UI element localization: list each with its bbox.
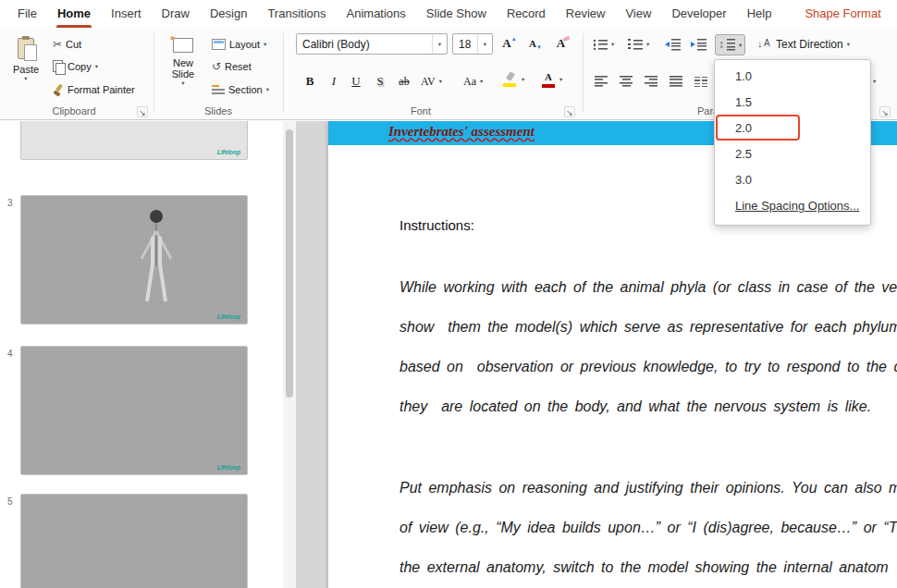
tab-review[interactable]: Review (556, 0, 616, 28)
slide-number: 3 (7, 198, 13, 208)
paragraph-dialog-launcher[interactable]: ↘ (879, 106, 891, 117)
thumbnail-panel-scrollbar[interactable] (283, 121, 296, 588)
body-paragraph-1[interactable]: While working with each of the animal ph… (399, 267, 897, 426)
line-spacing-option-3.0[interactable]: 3.0 (715, 167, 870, 193)
line-spacing-button[interactable]: ▾ (715, 34, 745, 55)
increase-font-size-button[interactable]: A ▲ (498, 33, 522, 54)
reset-button[interactable]: ↺ Reset (209, 57, 254, 76)
tab-record[interactable]: Record (497, 0, 556, 28)
copy-icon (53, 60, 64, 73)
align-left-button[interactable] (592, 72, 610, 91)
thumbnail-text-placeholder (21, 121, 247, 159)
change-case-button[interactable]: Aa ▾ (461, 72, 485, 91)
line-spacing-option-2.5[interactable]: 2.5 (715, 141, 870, 167)
chevron-down-icon: ▾ (522, 76, 524, 83)
cut-button[interactable]: ✂ Cut (50, 35, 84, 54)
slide-title-text[interactable]: Invertebrates' assessment (388, 124, 535, 140)
slide-thumbnail-4[interactable]: 2. Animal nervous systems Lifeloop (20, 346, 248, 475)
tab-developer[interactable]: Developer (661, 0, 736, 28)
numbering-button[interactable]: ▾ (625, 35, 652, 54)
group-separator (283, 33, 284, 112)
section-button[interactable]: Section ▾ (209, 80, 272, 99)
tab-file[interactable]: File (7, 0, 47, 28)
align-right-button[interactable] (642, 72, 660, 91)
tab-design[interactable]: Design (200, 0, 257, 28)
text-line: based on observation or previous knowled… (399, 347, 897, 386)
text-direction-icon (757, 38, 772, 51)
layout-button[interactable]: Layout ▾ (209, 35, 269, 54)
tab-shape-format[interactable]: Shape Format (794, 0, 891, 28)
tab-home[interactable]: Home (47, 0, 101, 28)
new-slide-button[interactable]: New Slide ▾ (161, 32, 205, 103)
tab-animations[interactable]: Animations (337, 0, 416, 28)
align-left-icon (595, 76, 608, 87)
scrollbar-thumb[interactable] (286, 129, 293, 398)
decrease-font-size-button[interactable]: A ▼ (523, 33, 547, 54)
chevron-down-icon: ▾ (646, 41, 649, 48)
copy-button[interactable]: Copy ▾ (50, 57, 101, 76)
body-paragraph-2[interactable]: Put emphasis on reasoning and justifying… (399, 468, 897, 587)
tab-slide-show[interactable]: Slide Show (416, 0, 497, 28)
font-color-button[interactable]: A ▾ (538, 70, 565, 89)
increase-indent-icon (691, 39, 707, 51)
slide-thumbnail-5[interactable]: 4. Taxonomy (20, 494, 248, 588)
caret-up-icon: ▲ (511, 36, 517, 42)
tab-help[interactable]: Help (737, 0, 782, 28)
instructions-heading[interactable]: Instructions: (399, 217, 474, 233)
slide-thumbnail-partial[interactable]: Lifeloop (20, 121, 248, 160)
format-painter-button[interactable]: Format Painter (50, 80, 138, 99)
chevron-down-icon[interactable]: ▾ (477, 34, 492, 54)
caret-down-icon: ▼ (536, 44, 542, 50)
slide-number: 5 (7, 496, 13, 507)
justify-icon (670, 76, 682, 87)
tab-view[interactable]: View (615, 0, 661, 28)
chevron-down-icon[interactable]: ▾ (432, 34, 447, 54)
line-spacing-option-1.5[interactable]: 1.5 (715, 90, 870, 116)
font-size-combobox[interactable]: 18 ▾ (452, 33, 493, 55)
text-direction-button[interactable]: Text Direction ▾ (755, 35, 853, 54)
eraser-icon (563, 36, 571, 43)
human-figure-illustration (130, 209, 182, 305)
justify-button[interactable] (667, 72, 685, 91)
text-line: the external anatomy, switch to the mode… (399, 547, 897, 587)
line-spacing-option-1.0[interactable]: 1.0 (715, 64, 870, 90)
chevron-down-icon: ▾ (266, 86, 269, 93)
italic-button[interactable]: I (324, 71, 344, 92)
tab-transitions[interactable]: Transitions (257, 0, 336, 28)
line-spacing-icon (719, 39, 735, 52)
group-separator (583, 33, 584, 112)
underline-button[interactable]: U (346, 71, 366, 92)
lifeloop-logo: Lifeloop (217, 464, 240, 471)
bullets-button[interactable]: ▾ (590, 35, 617, 54)
tab-insert[interactable]: Insert (101, 0, 152, 28)
increase-indent-button[interactable] (688, 35, 709, 54)
text-shadow-button[interactable]: S (370, 71, 390, 92)
character-spacing-button[interactable]: AV ▾ (418, 72, 445, 91)
paste-button[interactable]: Paste ▾ (6, 32, 46, 103)
bold-button[interactable]: B (300, 71, 320, 92)
chevron-down-icon: ▾ (181, 80, 184, 87)
line-spacing-option-2.0[interactable]: 2.0 (715, 116, 870, 141)
clear-formatting-button[interactable]: A (551, 33, 575, 54)
text-highlight-color-button[interactable]: ▾ (499, 70, 527, 89)
align-center-icon (620, 76, 633, 87)
columns-button[interactable] (692, 72, 710, 91)
thumbnail-text-placeholder (21, 347, 247, 474)
decrease-indent-button[interactable] (662, 35, 683, 54)
clipboard-dialog-launcher[interactable]: ↘ (137, 106, 148, 117)
font-name-combobox[interactable]: Calibri (Body) ▾ (296, 33, 448, 55)
align-center-button[interactable] (617, 72, 635, 91)
format-painter-icon (53, 84, 64, 96)
chevron-down-icon: ▾ (480, 78, 483, 85)
strikethrough-button[interactable]: ab (394, 71, 414, 92)
align-text-button-partial[interactable]: ▾ (870, 72, 879, 91)
tab-draw[interactable]: Draw (152, 0, 200, 28)
paste-icon (18, 38, 34, 59)
font-dialog-launcher[interactable]: ↘ (564, 106, 575, 117)
slide-thumbnail-3[interactable]: 1. Introduction Lifeloop (20, 195, 248, 325)
slides-group-label: Slides (154, 105, 283, 116)
line-spacing-options-link[interactable]: Line Spacing Options... (715, 193, 870, 219)
highlighter-icon (502, 72, 518, 88)
lifeloop-logo: Lifeloop (217, 313, 240, 320)
layout-icon (212, 39, 226, 50)
